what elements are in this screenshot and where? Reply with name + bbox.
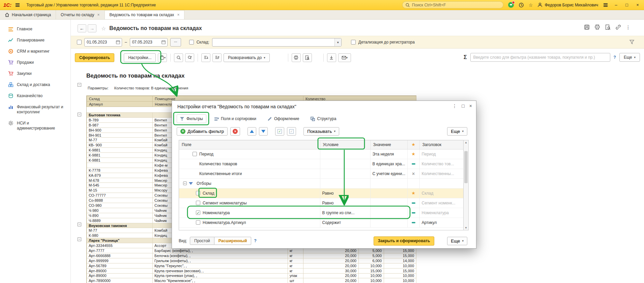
calendar-icon[interactable]: [116, 40, 120, 45]
col-value[interactable]: Значение: [370, 140, 407, 149]
link-icon[interactable]: [615, 24, 621, 30]
row-checkbox[interactable]: [196, 191, 200, 195]
condition-cell[interactable]: Содержит: [320, 218, 370, 227]
value-cell[interactable]: С учетом едини...: [370, 169, 407, 178]
sum-indicator-icon[interactable]: Σ: [464, 54, 467, 60]
table-row[interactable]: Арт-999999 Грильяж (конфеты), , кг 20,00…: [87, 258, 416, 263]
favorite-star-icon[interactable]: ☆: [101, 25, 106, 32]
header-cell[interactable]: Сегмент номенк...: [422, 201, 456, 205]
condition-cell[interactable]: [320, 178, 370, 188]
collapse-groups-button[interactable]: [201, 53, 210, 62]
value-cell[interactable]: [370, 188, 407, 198]
save-icon[interactable]: [584, 24, 590, 30]
warehouse-checkbox[interactable]: [189, 40, 194, 45]
close-tab-icon[interactable]: ×: [177, 12, 179, 17]
close-tab-icon[interactable]: ×: [97, 12, 100, 17]
collapse-toggle[interactable]: [78, 237, 81, 241]
importance-icon[interactable]: [408, 171, 419, 176]
scroll-up-icon[interactable]: ▲: [464, 141, 468, 144]
move-up-button[interactable]: [247, 127, 256, 136]
tab-appearance[interactable]: Оформление: [264, 114, 302, 123]
send-mail-button[interactable]: ▾: [338, 53, 351, 62]
header-cell[interactable]: Склад: [422, 191, 434, 196]
value-cell[interactable]: [370, 218, 407, 227]
tab-goods-statement[interactable]: Ведомость по товарам на складах ×: [105, 10, 185, 19]
sidebar-item-warehouse[interactable]: Склад и доставка: [0, 79, 70, 90]
filter-panel-icon[interactable]: [629, 39, 635, 45]
uncheck-all-button[interactable]: [287, 127, 296, 136]
global-search[interactable]: Поиск Ctrl+Shift+F: [402, 1, 503, 8]
header-cell[interactable]: Количество тов...: [422, 162, 454, 166]
print-button[interactable]: [292, 53, 301, 62]
print-icon[interactable]: [594, 24, 600, 30]
header-cell[interactable]: Номенклатура: [422, 210, 449, 215]
condition-cell[interactable]: Равно: [320, 198, 370, 208]
tab-filters[interactable]: Фильтры: [177, 114, 206, 123]
table-row[interactable]: Арт-6666888 Белочка (конфеты), , кг 20,0…: [87, 253, 416, 258]
sidebar-item-finance[interactable]: Финансовый результат и контроллинг: [0, 102, 70, 118]
find-next-button[interactable]: [185, 53, 194, 62]
value-cell[interactable]: [370, 208, 407, 218]
preview-icon[interactable]: [605, 24, 611, 30]
filter-row[interactable]: Период Эта неделя Период: [179, 149, 463, 159]
row-checkbox[interactable]: [193, 152, 197, 156]
col-field[interactable]: Поле: [179, 140, 320, 149]
paste-variant-button[interactable]: ▾: [158, 53, 167, 62]
condition-cell[interactable]: В группе из спи...: [320, 208, 370, 218]
view-advanced-button[interactable]: Расширенный: [214, 237, 252, 245]
discussions-icon[interactable]: [508, 2, 514, 8]
dialog-menu-icon[interactable]: ⋮: [452, 103, 457, 109]
more-menu-icon[interactable]: ⋮: [626, 25, 631, 30]
scroll-down-icon[interactable]: ▼: [464, 226, 468, 229]
close-and-generate-button[interactable]: Закрыть и сформировать: [374, 236, 435, 246]
row-checkbox[interactable]: [183, 181, 187, 185]
footer-more-button[interactable]: Еще ▾: [447, 237, 467, 245]
choose-period-button[interactable]: ...: [170, 38, 181, 47]
tab-home[interactable]: Начальная страница: [0, 10, 56, 19]
header-cell[interactable]: Период: [422, 152, 436, 157]
condition-cell[interactable]: [320, 159, 370, 169]
date-to-field[interactable]: 07.05.2023: [130, 38, 168, 47]
dialog-help-button[interactable]: ?: [254, 238, 256, 243]
filter-row[interactable]: Количество товаров В единицах хра... Кол…: [179, 159, 463, 169]
condition-cell[interactable]: Равно: [320, 188, 370, 198]
user-menu[interactable]: Федоров Борис Михайлович: [537, 2, 598, 7]
close-window-icon[interactable]: ×: [635, 2, 641, 7]
table-row[interactable]: Арт-7777 Барбарис (конфеты), , кг 20,000…: [87, 248, 416, 253]
row-checkbox[interactable]: [196, 201, 200, 205]
show-menu-button[interactable]: Показывать ▾: [303, 127, 339, 136]
row-checkbox[interactable]: [196, 210, 200, 215]
help-button[interactable]: ?: [614, 55, 616, 60]
filter-row[interactable]: Отборы: [179, 178, 463, 188]
forward-button[interactable]: →: [88, 24, 96, 32]
condition-cell[interactable]: [320, 169, 370, 178]
col-condition[interactable]: Условие: [320, 140, 370, 149]
dialog-scrollbar[interactable]: ▲ ▼: [463, 140, 469, 230]
tab-warehouse-reports[interactable]: Отчеты по складу ×: [56, 10, 105, 19]
sidebar-item-planning[interactable]: Планирование: [0, 35, 70, 46]
value-cell[interactable]: [370, 198, 407, 208]
importance-icon[interactable]: [408, 191, 419, 196]
filter-row[interactable]: Номенклатура.Артикул Содержит Артикул: [179, 218, 463, 227]
save-file-button[interactable]: [327, 53, 336, 62]
filter-row[interactable]: Сегмент номенклатуры Равно Сегмент номен…: [179, 198, 463, 208]
sidebar-item-admin[interactable]: НСИ и администрирование: [0, 118, 70, 134]
minimize-icon[interactable]: –: [613, 2, 619, 7]
col-header[interactable]: Заголовок: [419, 140, 463, 149]
dialog-more-button[interactable]: Еще ▾: [447, 127, 467, 136]
calendar-icon[interactable]: [161, 40, 166, 45]
settings-button[interactable]: Настройки...: [124, 53, 156, 62]
tab-structure[interactable]: Структура: [307, 114, 340, 123]
expand-to-button[interactable]: Разворачивать до ▾: [224, 53, 270, 62]
chevron-down-icon[interactable]: ▾: [334, 38, 341, 46]
header-cell[interactable]: Количественны...: [422, 171, 454, 176]
back-button[interactable]: ←: [78, 24, 86, 32]
table-row[interactable]: Арт-7890000 Масло "Кремлевское", , шт 20…: [87, 278, 416, 283]
warehouse-combo[interactable]: ▾: [212, 38, 342, 47]
sidebar-item-main[interactable]: Главное: [0, 24, 70, 35]
check-all-button[interactable]: [275, 127, 284, 136]
dialog-maximize-icon[interactable]: □: [462, 103, 464, 109]
move-down-button[interactable]: [259, 127, 268, 136]
table-row[interactable]: Арт-89000 Крупа гречневая (весовая), , к…: [87, 268, 416, 273]
table-row[interactable]: Арт-56789 Крупа "Геркулес", , кг 20,000 …: [87, 263, 416, 268]
